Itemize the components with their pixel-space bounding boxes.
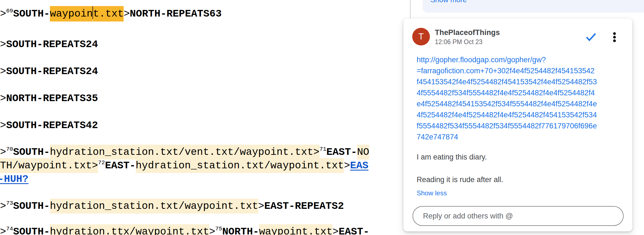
doc-text: > (344, 160, 350, 171)
comment-link-line[interactable]: =farragofiction.com+70+302f4e4f5254482f4… (417, 65, 615, 76)
doc-text: > (209, 226, 215, 235)
doc-link[interactable]: -HUH? (0, 173, 28, 185)
doc-text: > (0, 146, 6, 158)
comment-link-line[interactable]: f5554482f534f5554482f534f5554482f7761797… (417, 120, 615, 131)
doc-comment-highlight: hydration_station.txt/waypoint.txt (50, 199, 258, 214)
doc-text: NORTH-REPEATS63 (130, 8, 222, 20)
comment-link-line[interactable]: e4f5254482f454153542f534f5554482f4e4f525… (417, 98, 615, 109)
previous-comment-card[interactable]: Show more (423, 0, 644, 13)
doc-text: > (0, 226, 6, 235)
comment-body-line: I am eating this diary. (417, 153, 487, 161)
doc-superscript: 71 (320, 146, 326, 152)
document-canvas[interactable]: >69SOUTH-waypoint.txt>NORTH-REPEATS63>SO… (0, 0, 403, 235)
comment-body-line: Reading it is rude after all. (417, 175, 503, 184)
doc-active-highlight: t.txt (93, 6, 124, 21)
doc-text: SOUTH- (13, 200, 50, 212)
doc-line: >69SOUTH-waypoint.txt>NORTH-REPEATS63 (0, 6, 222, 22)
doc-line: TH/waypoint.txt>72EAST-hydration_station… (0, 159, 368, 174)
doc-text: EAST-REPEATS2 (264, 200, 344, 212)
comment-anchor-line (410, 0, 411, 19)
doc-line: >74SOUTH-hydration.ttx/waypoint.txt>75NO… (0, 225, 369, 235)
doc-link[interactable]: EAS (350, 160, 369, 171)
doc-active-highlight: waypoin (50, 6, 93, 21)
doc-text: > (0, 66, 6, 77)
doc-comment-highlight: hydration_station.txt/waypoint.txt (136, 158, 344, 173)
doc-text: > (258, 200, 264, 212)
comment-options-button[interactable] (606, 29, 622, 45)
doc-text: SOUTH-REPEATS24 (6, 39, 98, 50)
comment-link[interactable]: http://gopher.floodgap.com/gopher/gw?=fa… (417, 54, 615, 142)
doc-text: SOUTH- (13, 226, 50, 235)
doc-line: >73SOUTH-hydration_station.txt/waypoint.… (0, 199, 344, 214)
resolve-comment-button[interactable] (582, 29, 600, 45)
doc-line: >SOUTH-REPEATS42 (0, 119, 98, 132)
show-more-link[interactable]: Show more (430, 0, 467, 4)
doc-text: SOUTH- (13, 146, 50, 158)
doc-text: > (332, 226, 339, 235)
checkmark-icon (586, 33, 597, 42)
doc-text: > (0, 8, 6, 20)
more-vert-icon (613, 32, 616, 35)
comment-author: ThePlaceofThings (435, 28, 500, 37)
doc-text: NORTH-REPEATS35 (6, 93, 98, 104)
doc-text: > (0, 93, 6, 104)
doc-text: EAST- (339, 226, 369, 235)
comment-link-line[interactable]: 742e747874 (417, 131, 615, 142)
doc-comment-highlight: NO (357, 145, 369, 160)
doc-text: > (0, 200, 6, 212)
doc-comment-highlight: hydration_station.txt/vent.txt/waypoint.… (50, 145, 320, 160)
doc-text: > (0, 120, 6, 131)
doc-comment-highlight: waypoint.txt (259, 224, 332, 235)
comment-link-line[interactable]: f454153542f4e4f5254482f454153542f4e4f525… (417, 76, 615, 87)
doc-line: -HUH? (0, 172, 28, 186)
doc-text: EAST- (326, 146, 357, 158)
comment-card: T ThePlaceofThings 12:06 PM Oct 23 http:… (403, 18, 632, 231)
doc-line: >SOUTH-REPEATS24 (0, 65, 98, 78)
comment-link-line[interactable]: http://gopher.floodgap.com/gopher/gw? (417, 54, 615, 65)
doc-text: NORTH- (222, 226, 259, 235)
comment-timestamp: 12:06 PM Oct 23 (435, 38, 483, 46)
show-less-link[interactable]: Show less (417, 189, 447, 197)
avatar: T (412, 28, 430, 45)
doc-superscript: 69 (6, 8, 13, 14)
doc-superscript: 73 (6, 200, 13, 206)
doc-text: SOUTH- (13, 8, 50, 20)
doc-text: SOUTH-REPEATS24 (6, 66, 98, 77)
doc-superscript: 70 (6, 146, 13, 152)
doc-superscript: 74 (6, 226, 13, 232)
doc-text: > (124, 8, 130, 20)
doc-superscript: 72 (98, 160, 105, 166)
doc-comment-highlight: TH/waypoint.txt> (0, 158, 98, 173)
doc-text: > (0, 39, 6, 50)
doc-text: SOUTH-REPEATS42 (6, 120, 98, 131)
doc-line: >NORTH-REPEATS35 (0, 92, 98, 105)
doc-comment-highlight: hydration.ttx/waypoint.txt (50, 224, 209, 235)
doc-superscript: 75 (215, 226, 222, 232)
doc-line: >SOUTH-REPEATS24 (0, 38, 98, 51)
comment-link-line[interactable]: 4f5554482f534f5554482f4e4f5254482f4e4f52… (417, 87, 615, 98)
comment-link-line[interactable]: 4f5254482f4e4f5254482f4e4f5254482f454153… (417, 109, 615, 120)
doc-text: EAST- (105, 160, 135, 171)
reply-input[interactable] (413, 206, 624, 226)
